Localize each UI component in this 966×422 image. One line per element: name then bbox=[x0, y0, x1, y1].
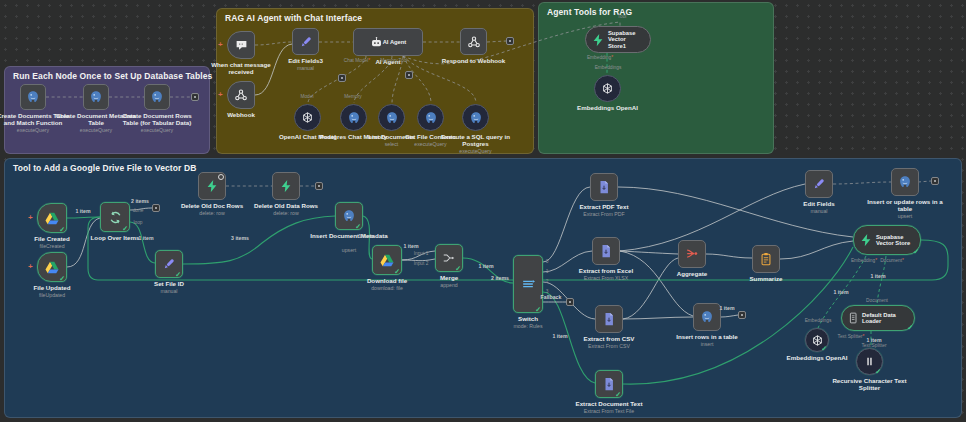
extract-pdf-text[interactable] bbox=[590, 173, 618, 201]
extract-document-text[interactable]: ✓ bbox=[595, 370, 623, 398]
aggregate-icon bbox=[685, 247, 699, 261]
add-node-endpoint[interactable] bbox=[338, 74, 346, 82]
create-documents-table[interactable] bbox=[20, 84, 46, 110]
openai-chat-model[interactable] bbox=[294, 104, 321, 131]
port-label: Embeddings bbox=[805, 318, 832, 323]
success-check-icon: ✓ bbox=[122, 225, 128, 232]
connection-edge bbox=[833, 182, 891, 184]
port-label: Text Splitter bbox=[861, 343, 886, 348]
add-node-endpoint[interactable] bbox=[152, 204, 160, 212]
loop-over-items[interactable]: ✓ bbox=[100, 202, 130, 232]
file-updated[interactable]: ✓ bbox=[37, 252, 67, 282]
node-label: Extract from Excel bbox=[564, 268, 648, 275]
node-subtitle: executeQuery bbox=[434, 149, 518, 155]
add-node-endpoint[interactable] bbox=[315, 182, 323, 190]
supabase-vector-store[interactable]: Supabase Vector Store✓ bbox=[853, 225, 921, 255]
postgres-chat-memory[interactable] bbox=[340, 104, 367, 131]
loop-icon bbox=[108, 210, 123, 225]
node-label: Set File ID bbox=[127, 281, 211, 288]
port-label: Embedding* bbox=[851, 258, 877, 263]
port-label: Model bbox=[300, 94, 313, 99]
insert-or-update-rows[interactable] bbox=[891, 168, 919, 196]
connection-edge bbox=[721, 315, 738, 317]
switch[interactable]: ✓ bbox=[513, 255, 543, 313]
extract-icon bbox=[597, 180, 611, 194]
connection-label: 1 item bbox=[834, 289, 849, 295]
default-data-loader[interactable]: Default Data Loader✓ bbox=[841, 305, 915, 331]
node-label: Switch bbox=[486, 316, 570, 323]
create-document-rows-table[interactable] bbox=[144, 84, 170, 110]
port-label: Tool bbox=[399, 58, 408, 63]
connection-label: 1 item bbox=[76, 208, 91, 214]
gdrive-icon bbox=[45, 212, 59, 225]
ai-agent[interactable]: AI Agent bbox=[353, 28, 423, 56]
when-chat-message-received[interactable] bbox=[227, 31, 255, 59]
summarize-icon bbox=[759, 252, 773, 266]
add-node-endpoint[interactable] bbox=[566, 298, 574, 306]
embeddings-openai1[interactable] bbox=[594, 75, 621, 102]
recursive-character-text-splitter[interactable]: ✓ bbox=[856, 348, 883, 375]
execute-sql-query[interactable] bbox=[462, 104, 489, 131]
node-subtitle: append bbox=[407, 283, 491, 289]
insert-rows-in-a-table[interactable] bbox=[693, 303, 721, 331]
supabase-vector-store1[interactable]: Supabase Vector Store1 bbox=[585, 26, 651, 53]
delete-old-doc-rows[interactable] bbox=[198, 172, 226, 200]
success-check-icon: ✓ bbox=[355, 223, 361, 230]
create-document-metadata-table[interactable] bbox=[83, 84, 109, 110]
node-subtitle: Extract From PDF bbox=[562, 212, 646, 218]
node-label: Extract Document Text bbox=[567, 401, 651, 408]
aggregate[interactable] bbox=[678, 240, 706, 268]
webhook[interactable] bbox=[227, 81, 255, 109]
required-star: * bbox=[875, 258, 877, 263]
node-label: Aggregate bbox=[650, 271, 734, 278]
openai-icon bbox=[301, 111, 314, 124]
set-file-id[interactable]: ✓ bbox=[155, 250, 183, 278]
get-file-contents[interactable] bbox=[417, 104, 444, 131]
port-label: 0 bbox=[546, 259, 549, 264]
list-documents[interactable] bbox=[378, 104, 405, 131]
merge-icon bbox=[442, 251, 456, 265]
delete-old-data-rows[interactable] bbox=[272, 172, 300, 200]
add-node-endpoint[interactable] bbox=[738, 311, 746, 319]
success-check-icon: ✓ bbox=[615, 391, 621, 398]
port-label: 3 bbox=[546, 289, 549, 294]
node-subtitle: upsert bbox=[863, 214, 947, 220]
connection-label: Fallback bbox=[541, 294, 562, 300]
connection-label: 1 item bbox=[720, 305, 735, 311]
node-title: Supabase Vector Store bbox=[876, 234, 915, 247]
port-label: Memory bbox=[380, 58, 397, 63]
workflow-canvas[interactable]: Run Each Node Once to Set Up Database Ta… bbox=[0, 0, 966, 422]
gdrive-icon bbox=[45, 261, 59, 274]
edit-fields3[interactable] bbox=[292, 28, 319, 55]
success-check-icon: ✓ bbox=[907, 324, 913, 331]
edit-fields[interactable] bbox=[805, 170, 833, 198]
connection-label: 1 item bbox=[359, 233, 374, 239]
extract-icon bbox=[602, 312, 616, 326]
node-label: Webhook bbox=[199, 112, 283, 119]
supabase-icon bbox=[859, 233, 873, 247]
openai-icon bbox=[601, 82, 614, 95]
add-node-endpoint[interactable] bbox=[405, 71, 413, 79]
file-created[interactable]: ✓ bbox=[37, 203, 67, 233]
add-node-endpoint[interactable] bbox=[191, 93, 199, 101]
add-node-endpoint[interactable] bbox=[506, 37, 514, 45]
add-node-endpoint[interactable] bbox=[931, 177, 939, 185]
embeddings-openai[interactable]: ✓ bbox=[805, 328, 829, 352]
chat-icon bbox=[235, 39, 248, 52]
respond-to-webhook[interactable] bbox=[460, 28, 487, 55]
success-check-icon: ✓ bbox=[394, 268, 400, 275]
connection-edge bbox=[780, 241, 853, 259]
insert-document-metadata[interactable]: ✓ bbox=[335, 202, 363, 230]
port-label: Embeddings bbox=[595, 65, 622, 70]
pencil-icon bbox=[162, 257, 176, 271]
node-label: Delete Old Data Rows bbox=[244, 203, 328, 210]
postgres-icon bbox=[347, 111, 361, 125]
trigger-indicator-icon: + bbox=[218, 91, 223, 99]
connection-edge bbox=[543, 187, 590, 262]
extract-from-excel[interactable] bbox=[592, 237, 620, 265]
supabase-icon bbox=[279, 179, 293, 193]
extract-from-csv[interactable] bbox=[595, 305, 623, 333]
merge[interactable]: ✓ bbox=[435, 244, 463, 272]
summarize[interactable] bbox=[752, 245, 780, 273]
port-label: Embedding* bbox=[587, 55, 613, 60]
